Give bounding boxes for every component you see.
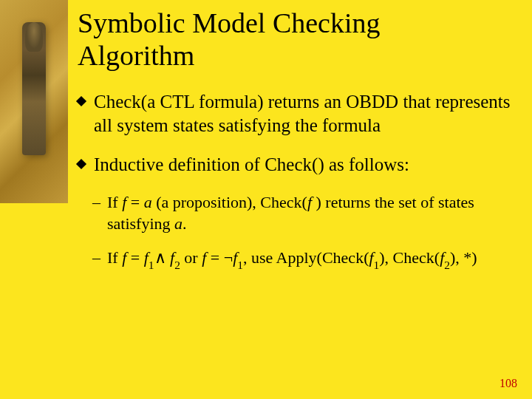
sub2-mid2: ), Check( [379,248,440,267]
sub2-prefix: If [107,248,122,267]
sub1-a2: a [174,214,183,233]
sub2-sub1b: 1 [237,259,243,271]
sub2-neg: ¬ [224,248,233,267]
sub2-end: ), *) [450,248,477,267]
sub1-eq: = [126,193,143,211]
decorative-key-image [0,0,68,203]
sub2-sub2: 2 [174,259,180,271]
bullet-2: Inductive definition of Check() as follo… [78,153,517,176]
sub2-f5: f [369,248,373,267]
dash-icon: – [92,248,100,269]
sub2-sub1c: 1 [374,259,380,271]
sub2-sub1: 1 [149,259,154,271]
title-line-2: Algorithm [78,40,194,71]
bullet-1: Check(a CTL formula) returns an OBDD tha… [78,90,517,137]
sub1-prefix: If [107,193,122,211]
sub-bullet-1: – If f = a (a proposition), Check(f ) re… [78,192,517,234]
sub2-eq: = [126,248,143,267]
sub1-end: . [183,214,187,233]
slide-title: Symbolic Model Checking Algorithm [78,7,517,72]
diamond-bullet-icon [76,159,86,169]
sub2-f1: f [144,248,149,267]
sub1-a: a [144,193,152,211]
title-line-1: Symbolic Model Checking [78,7,381,38]
sub2-sub2b: 2 [444,259,450,271]
slide-content: Symbolic Model Checking Algorithm Check(… [78,7,517,284]
dash-icon: – [92,192,100,214]
page-number: 108 [499,377,517,390]
sub2-eq2: = [206,248,223,267]
sub1-f2: f [307,193,316,211]
sub1-mid: (a proposition), Check( [152,193,307,211]
sub-bullet-2: – If f = f1∧ f2 or f = ¬f1, use Apply(Ch… [78,248,517,270]
sub2-wedge: ∧ [154,248,171,267]
sub2-or: or [180,248,202,267]
sub2-mid: , use Apply(Check( [243,248,369,267]
diamond-bullet-icon [76,96,86,106]
bullet-2-text: Inductive definition of Check() as follo… [94,154,409,174]
bullet-1-text: Check(a CTL formula) returns an OBDD tha… [94,92,510,134]
